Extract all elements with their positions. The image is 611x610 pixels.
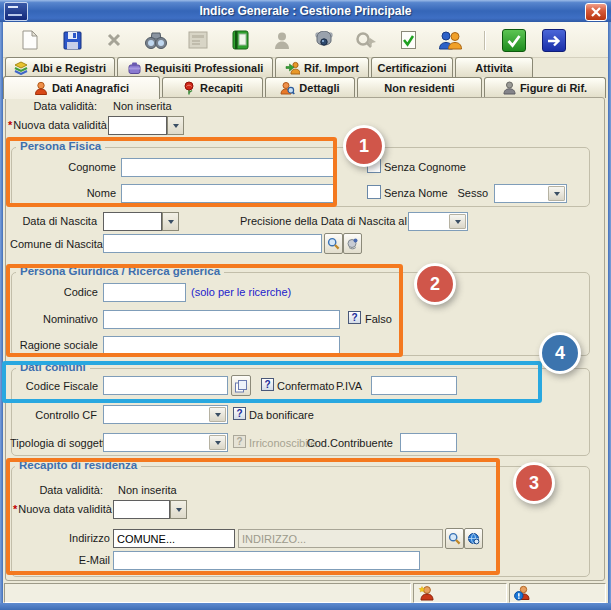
archive-button[interactable] xyxy=(226,27,254,53)
callout-4: 4 xyxy=(539,332,581,374)
senza-nome-checkbox[interactable] xyxy=(367,185,381,199)
recapito-nuova-data-input[interactable] xyxy=(113,500,170,519)
tab-rif-import[interactable]: Rif. Import xyxy=(275,57,369,77)
binoculars-icon xyxy=(144,30,168,50)
arrow-right-icon xyxy=(546,34,562,48)
tab-non-residenti[interactable]: Non residenti xyxy=(357,77,482,98)
comune-search-button[interactable] xyxy=(324,233,343,254)
person-star-icon xyxy=(418,585,434,601)
camera-button[interactable] xyxy=(310,27,338,53)
recapito-nuova-data-label: *Nuova data validità xyxy=(13,503,110,515)
window-title: Indice Generale : Gestione Principale xyxy=(0,0,611,22)
precisione-select[interactable] xyxy=(408,212,468,231)
statusbar-panel-alert xyxy=(509,583,606,603)
tab-label: Certificazioni xyxy=(377,62,446,74)
ragione-sociale-input[interactable] xyxy=(103,336,340,355)
tab-dettagli[interactable]: Dettagli xyxy=(265,77,355,98)
nominativo-input[interactable] xyxy=(103,310,340,329)
sesso-select[interactable] xyxy=(494,184,567,203)
check-icon xyxy=(506,34,522,48)
cod-contribuente-input[interactable] xyxy=(400,433,457,452)
tipologia-select[interactable] xyxy=(103,433,228,452)
tab-label: Attivita xyxy=(475,62,512,74)
tab-label: Dati Anagrafici xyxy=(52,82,129,94)
exit-button[interactable] xyxy=(542,29,566,52)
data-di-nascita-dropdown[interactable] xyxy=(162,212,179,231)
search-pointer-icon xyxy=(355,31,377,49)
person-gray-icon xyxy=(274,31,290,50)
statusbar-panel-user xyxy=(413,583,507,603)
recapito-nuova-data-dropdown[interactable] xyxy=(170,500,187,519)
tab-albi-e-registri[interactable]: Albi e Registri xyxy=(5,57,115,77)
nuova-data-validita-dropdown[interactable] xyxy=(167,116,184,135)
nuova-data-validita-input[interactable] xyxy=(108,116,167,135)
tab-requisiti-professionali[interactable]: Requisiti Professionali xyxy=(117,57,273,77)
nome-label: Nome xyxy=(10,187,116,199)
person-button-disabled xyxy=(268,27,296,53)
chevron-down-icon[interactable] xyxy=(209,407,226,422)
dialog-window: Indice Generale : Gestione Principale xyxy=(0,0,611,610)
data-di-nascita-input[interactable] xyxy=(103,212,162,231)
tab-recapiti[interactable]: Recapiti xyxy=(162,77,263,98)
controllo-cf-select[interactable] xyxy=(103,405,228,424)
close-icon xyxy=(589,6,603,18)
new-document-button[interactable] xyxy=(16,27,44,53)
dati-comuni-legend: Dati comuni xyxy=(16,361,90,373)
cognome-input[interactable] xyxy=(121,158,336,177)
da-bonificare-help-checkbox[interactable]: ? xyxy=(233,407,246,420)
tab-attivita[interactable]: Attivita xyxy=(455,57,533,77)
nome-input[interactable] xyxy=(121,184,336,203)
check-document-icon xyxy=(400,30,417,50)
sesso-label: Sesso xyxy=(440,187,488,199)
recapito-data-validita-label: Data validità: xyxy=(15,484,103,496)
print-preview-button-disabled xyxy=(184,27,212,53)
confermato-help-checkbox[interactable]: ? xyxy=(261,378,274,391)
falso-label: Falso xyxy=(365,313,392,325)
data-di-nascita-label: Data di Nascita xyxy=(10,215,97,227)
chevron-down-icon[interactable] xyxy=(449,214,466,229)
camera-icon xyxy=(314,31,334,49)
users-button[interactable] xyxy=(436,27,464,53)
email-input[interactable] xyxy=(113,551,420,570)
comune-lookup-button[interactable] xyxy=(343,233,362,254)
confirm-button[interactable] xyxy=(502,29,526,52)
new-document-icon xyxy=(21,30,39,50)
tab-label: Figure di Rif. xyxy=(520,82,587,94)
required-marker: * xyxy=(13,503,17,515)
codice-label: Codice xyxy=(10,286,98,298)
persona-giuridica-legend: Persona Giuridica / Ricerca generica xyxy=(16,265,224,277)
magnifier-icon xyxy=(327,237,340,250)
chevron-down-icon[interactable] xyxy=(548,186,565,201)
indirizzo-map-button[interactable] xyxy=(464,528,483,549)
rose-icon xyxy=(182,81,196,95)
tasks-button[interactable] xyxy=(394,27,422,53)
tab-certificazioni[interactable]: Certificazioni xyxy=(371,57,453,77)
tab-figure-di-rif[interactable]: Figure di Rif. xyxy=(484,77,606,98)
controllo-cf-label: Controllo CF xyxy=(10,409,97,421)
tab-dati-anagrafici[interactable]: Dati Anagrafici xyxy=(3,76,160,99)
copy-icon xyxy=(234,379,248,393)
piva-input[interactable] xyxy=(371,376,457,395)
codice-fiscale-copy-button[interactable] xyxy=(231,375,251,396)
indirizzo-via-input xyxy=(238,529,443,548)
indirizzo-label: Indirizzo xyxy=(15,532,110,544)
save-icon xyxy=(63,31,82,50)
close-button[interactable] xyxy=(585,3,607,21)
codice-input[interactable] xyxy=(103,283,186,302)
indirizzo-search-button[interactable] xyxy=(445,528,464,549)
save-button[interactable] xyxy=(58,27,86,53)
tab-label: Requisiti Professionali xyxy=(145,62,264,74)
falso-help-checkbox[interactable]: ? xyxy=(348,311,361,324)
codice-fiscale-input[interactable] xyxy=(103,376,228,395)
codice-fiscale-label: Codice Fiscale xyxy=(10,380,98,392)
globe-search-icon xyxy=(467,532,481,546)
comune-di-nascita-input[interactable] xyxy=(103,234,322,253)
cognome-label: Cognome xyxy=(10,161,116,173)
find-button[interactable] xyxy=(142,27,170,53)
delete-button[interactable] xyxy=(100,27,128,53)
callout-3: 3 xyxy=(513,462,555,504)
ragione-sociale-label: Ragione sociale xyxy=(10,339,98,351)
person-orange-icon xyxy=(34,81,48,95)
indirizzo-comune-input[interactable] xyxy=(113,529,235,548)
chevron-down-icon[interactable] xyxy=(209,435,226,450)
